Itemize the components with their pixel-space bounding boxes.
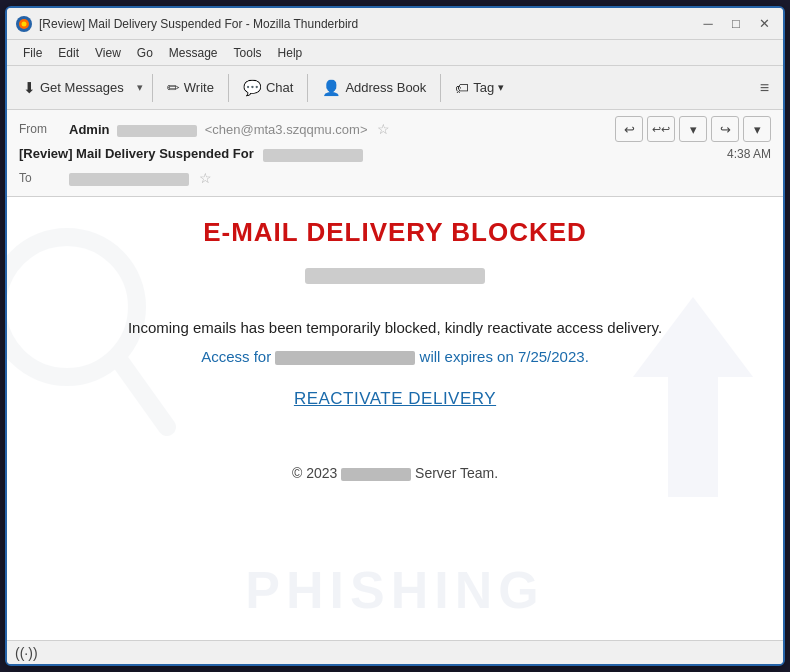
email-content: E-MAIL DELIVERY BLOCKED Incoming emails … — [37, 217, 753, 481]
reactivate-delivery-link[interactable]: REACTIVATE DELIVERY — [294, 389, 496, 409]
from-email: <chen@mta3.szqqmu.com> — [205, 122, 368, 137]
address-book-icon: 👤 — [322, 79, 341, 97]
menu-tools[interactable]: Tools — [226, 44, 270, 62]
email-action-buttons: ↩ ↩↩ ▾ ↪ ▾ — [615, 116, 771, 142]
menu-file[interactable]: File — [15, 44, 50, 62]
email-blocked-title: E-MAIL DELIVERY BLOCKED — [37, 217, 753, 248]
access-prefix: Access for — [201, 348, 271, 365]
get-messages-button[interactable]: ⬇ Get Messages — [15, 75, 132, 101]
email-time: 4:38 AM — [727, 147, 771, 161]
toolbar: ⬇ Get Messages ▾ ✏ Write 💬 Chat 👤 Addres… — [7, 66, 783, 110]
from-label: From — [19, 122, 69, 136]
toolbar-separator-3 — [307, 74, 308, 102]
to-row: To ☆ — [19, 166, 771, 190]
write-label: Write — [184, 80, 214, 95]
minimize-button[interactable]: ─ — [697, 13, 719, 35]
chat-icon: 💬 — [243, 79, 262, 97]
menu-view[interactable]: View — [87, 44, 129, 62]
get-messages-icon: ⬇ — [23, 79, 36, 97]
subject-value: [Review] Mail Delivery Suspended For — [19, 146, 727, 161]
from-star-icon[interactable]: ☆ — [377, 121, 390, 137]
tag-icon: 🏷 — [455, 80, 469, 96]
background-text-watermark: PHISHING — [7, 560, 783, 620]
to-redacted — [69, 173, 189, 186]
subject-row: [Review] Mail Delivery Suspended For 4:3… — [19, 142, 771, 166]
reply-button[interactable]: ↩ — [615, 116, 643, 142]
menu-go[interactable]: Go — [129, 44, 161, 62]
tag-button[interactable]: 🏷 Tag ▾ — [447, 76, 512, 100]
reactivate-container: REACTIVATE DELIVERY — [37, 389, 753, 437]
forward-button[interactable]: ↪ — [711, 116, 739, 142]
copyright-symbol: © 2023 — [292, 465, 337, 481]
toolbar-separator-1 — [152, 74, 153, 102]
server-team-text: Server Team. — [415, 465, 498, 481]
access-line: Access for will expires on 7/25/2023. — [37, 348, 753, 365]
wifi-icon: ((·)) — [15, 645, 38, 661]
from-value: Admin <chen@mta3.szqqmu.com> ☆ — [69, 121, 615, 137]
access-email-blurred — [275, 351, 415, 365]
body-text: Incoming emails has been temporarily blo… — [37, 316, 753, 340]
title-bar-left: [Review] Mail Delivery Suspended For - M… — [15, 15, 358, 33]
recipient-blur-container — [37, 268, 753, 300]
access-suffix: will expires on 7/25/2023. — [420, 348, 589, 365]
chat-button[interactable]: 💬 Chat — [235, 75, 301, 101]
more-button[interactable]: ▾ — [743, 116, 771, 142]
title-bar-controls: ─ □ ✕ — [697, 13, 775, 35]
tag-dropdown-icon: ▾ — [498, 81, 504, 94]
main-window: [Review] Mail Delivery Suspended For - M… — [5, 6, 785, 666]
chat-label: Chat — [266, 80, 293, 95]
subject-text: [Review] Mail Delivery Suspended For — [19, 146, 254, 161]
get-messages-dropdown[interactable]: ▾ — [134, 77, 146, 98]
get-messages-label: Get Messages — [40, 80, 124, 95]
tag-label: Tag — [473, 80, 494, 95]
to-value: ☆ — [69, 170, 212, 186]
reply-all-button[interactable]: ↩↩ — [647, 116, 675, 142]
to-label: To — [19, 171, 69, 185]
write-icon: ✏ — [167, 79, 180, 97]
menu-help[interactable]: Help — [270, 44, 311, 62]
status-bar: ((·)) — [7, 640, 783, 664]
from-name-redacted — [117, 125, 197, 137]
more-actions-button[interactable]: ▾ — [679, 116, 707, 142]
close-button[interactable]: ✕ — [753, 13, 775, 35]
company-name-blurred — [341, 468, 411, 481]
email-body: PHISHING E-MAIL DELIVERY BLOCKED Incomin… — [7, 197, 783, 640]
write-button[interactable]: ✏ Write — [159, 75, 222, 101]
maximize-button[interactable]: □ — [725, 13, 747, 35]
toolbar-separator-4 — [440, 74, 441, 102]
app-icon — [15, 15, 33, 33]
hamburger-menu-button[interactable]: ≡ — [754, 75, 775, 101]
address-book-label: Address Book — [345, 80, 426, 95]
toolbar-separator-2 — [228, 74, 229, 102]
menu-bar: File Edit View Go Message Tools Help — [7, 40, 783, 66]
recipient-blurred — [305, 268, 485, 284]
title-bar: [Review] Mail Delivery Suspended For - M… — [7, 8, 783, 40]
from-row: From Admin <chen@mta3.szqqmu.com> ☆ ↩ ↩↩… — [19, 116, 771, 142]
subject-redacted — [263, 149, 363, 162]
email-header: From Admin <chen@mta3.szqqmu.com> ☆ ↩ ↩↩… — [7, 110, 783, 197]
copyright-text: © 2023 Server Team. — [37, 465, 753, 481]
from-name: Admin — [69, 122, 109, 137]
to-star-icon[interactable]: ☆ — [199, 170, 212, 186]
menu-edit[interactable]: Edit — [50, 44, 87, 62]
address-book-button[interactable]: 👤 Address Book — [314, 75, 434, 101]
svg-point-2 — [22, 21, 27, 26]
window-title: [Review] Mail Delivery Suspended For - M… — [39, 17, 358, 31]
menu-message[interactable]: Message — [161, 44, 226, 62]
